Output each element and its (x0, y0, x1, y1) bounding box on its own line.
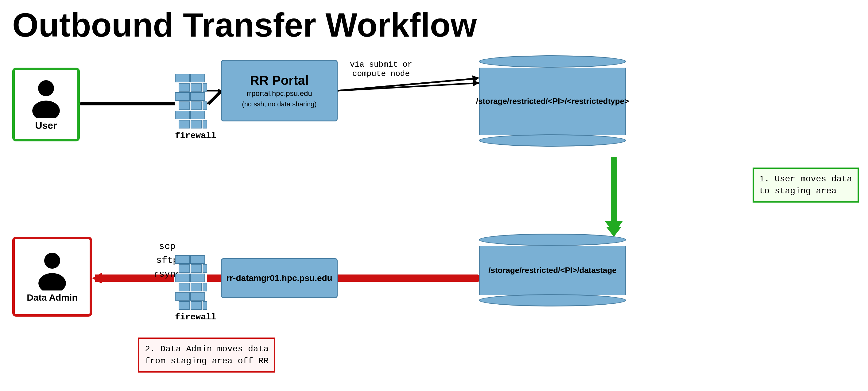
cyl2-body: /storage/restricted/<PI>/datastage (479, 246, 626, 295)
via-label: via submit or compute node (350, 60, 412, 78)
step2-note: 2. Data Admin moves data from staging ar… (138, 337, 275, 372)
user-label: User (35, 120, 57, 131)
portal-url: rrportal.hpc.psu.edu (246, 89, 312, 98)
svg-point-29 (44, 253, 60, 269)
svg-point-30 (38, 273, 66, 290)
svg-marker-7 (473, 79, 479, 87)
portal-box: RR Portal rrportal.hpc.psu.edu (no ssh, … (221, 60, 338, 121)
cyl2-top (479, 233, 626, 246)
svg-line-14 (338, 78, 477, 91)
firewall1-label: firewall (175, 131, 207, 140)
cyl1-top (479, 55, 626, 67)
svg-marker-9 (604, 221, 623, 233)
svg-marker-15 (472, 75, 478, 81)
firewall2-label: firewall (175, 312, 207, 322)
svg-line-5 (207, 91, 221, 104)
data-admin-box: Data Admin (12, 237, 92, 316)
portal-title: RR Portal (250, 73, 308, 88)
page-title: Outbound Transfer Workflow (12, 6, 477, 43)
storage2-label: /storage/restricted/<PI>/datastage (488, 265, 617, 276)
user-box: User (12, 67, 80, 141)
firewall2: firewall (175, 255, 207, 322)
firewall1: firewall (175, 74, 207, 140)
cyl2-bottom (479, 294, 626, 306)
step1-note: 1. User moves data to staging area (753, 168, 859, 202)
storage1-cylinder: /storage/restricted/<PI>/<restrictedtype… (479, 55, 626, 147)
svg-line-6 (338, 83, 479, 91)
datamgr-text: rr-datamgr01.hpc.psu.edu (226, 273, 332, 283)
svg-marker-13 (92, 273, 101, 283)
storage1-label: /storage/restricted/<PI>/<restrictedtype… (476, 96, 629, 107)
cyl1-bottom (479, 134, 626, 147)
svg-line-19 (338, 78, 478, 91)
svg-point-28 (32, 101, 60, 118)
data-admin-icon (34, 251, 71, 290)
svg-point-27 (38, 80, 54, 96)
data-admin-label: Data Admin (27, 292, 78, 303)
svg-marker-26 (93, 273, 102, 283)
storage2-cylinder: /storage/restricted/<PI>/datastage (479, 233, 626, 306)
cyl1-body: /storage/restricted/<PI>/<restrictedtype… (479, 67, 626, 135)
datamgr-box: rr-datamgr01.hpc.psu.edu (221, 258, 338, 298)
user-icon (28, 78, 64, 118)
svg-line-1 (209, 91, 220, 103)
svg-line-3 (209, 92, 221, 105)
portal-note: (no ssh, no data sharing) (242, 100, 316, 108)
